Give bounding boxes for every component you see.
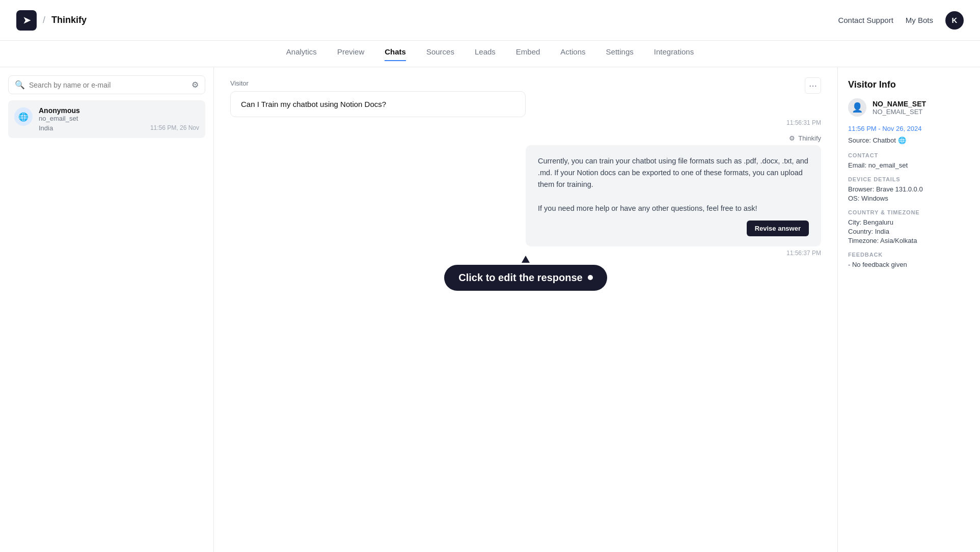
feedback-detail: - No feedback given <box>848 261 970 268</box>
visitor-email-display: NO_EMAIL_SET <box>873 108 926 116</box>
feedback-section-label: FEEDBACK <box>848 252 970 258</box>
edit-response-tooltip[interactable]: Click to edit the response <box>444 265 607 291</box>
chat-item-time: 11:56 PM, 26 Nov <box>150 124 199 132</box>
timezone-detail: Timezone: Asia/Kolkata <box>848 237 970 244</box>
tooltip-text: Click to edit the response <box>458 272 582 284</box>
bot-bubble-footer: Revise answer <box>538 220 809 236</box>
visitor-user-row: 👤 NO_NAME_SET NO_EMAIL_SET <box>848 98 970 117</box>
visitor-name: NO_NAME_SET <box>873 100 926 108</box>
visitor-user-details: NO_NAME_SET NO_EMAIL_SET <box>873 100 926 116</box>
nav-actions[interactable]: Actions <box>560 46 585 61</box>
chat-item-country: India <box>39 124 53 132</box>
visitor-message-time: 11:56:31 PM <box>230 119 821 126</box>
search-icon: 🔍 <box>15 80 25 90</box>
globe-icon: 🌐 <box>898 136 906 144</box>
user-avatar[interactable]: K <box>945 11 964 30</box>
chat-item-footer: India 11:56 PM, 26 Nov <box>39 124 199 132</box>
header: ➤ / Thinkify Contact Support My Bots K <box>0 0 980 41</box>
bot-message-line2: If you need more help or have any other … <box>538 203 809 214</box>
chat-item-name: Anonymous <box>39 106 199 115</box>
app-title: Thinkify <box>51 15 87 25</box>
edit-response-tooltip-container: Click to edit the response <box>230 265 821 291</box>
visitor-info-panel: Visitor Info 👤 NO_NAME_SET NO_EMAIL_SET … <box>837 67 980 552</box>
breadcrumb-slash: / <box>43 15 45 25</box>
chat-item-email: no_email_set <box>39 115 199 122</box>
os-detail: OS: Windows <box>848 195 970 202</box>
contact-email-detail: Email: no_email_set <box>848 161 970 169</box>
chat-area: ⋯ Visitor Can I Train my chatbot using N… <box>214 67 837 552</box>
visitor-info-title: Visitor Info <box>848 79 970 90</box>
nav-analytics[interactable]: Analytics <box>286 46 317 61</box>
revise-answer-button[interactable]: Revise answer <box>747 220 809 236</box>
my-bots-link[interactable]: My Bots <box>906 16 933 24</box>
visitor-timestamp: 11:56 PM - Nov 26, 2024 <box>848 125 970 132</box>
filter-icon[interactable]: ⚙ <box>192 80 199 90</box>
tooltip-dot-icon <box>588 275 593 280</box>
visitor-label: Visitor <box>230 79 821 87</box>
header-right: Contact Support My Bots K <box>838 11 964 30</box>
chat-list-item[interactable]: 🌐 Anonymous no_email_set India 11:56 PM,… <box>8 100 205 138</box>
location-section-label: COUNTRY & TIMEZONE <box>848 209 970 215</box>
bot-icon: ⚙ <box>789 134 795 142</box>
chat-options-button[interactable]: ⋯ <box>805 77 821 94</box>
nav-chats[interactable]: Chats <box>385 46 406 61</box>
contact-support-link[interactable]: Contact Support <box>838 16 893 24</box>
browser-detail: Browser: Brave 131.0.0.0 <box>848 185 970 193</box>
nav-integrations[interactable]: Integrations <box>654 46 694 61</box>
city-detail: City: Bengaluru <box>848 218 970 226</box>
bot-label: ⚙ Thinkify <box>230 134 821 142</box>
header-left: ➤ / Thinkify <box>16 10 87 31</box>
bot-name: Thinkify <box>798 134 821 142</box>
country-detail: Country: India <box>848 228 970 235</box>
contact-section-label: CONTACT <box>848 152 970 158</box>
visitor-message-bubble: Can I Train my chatbot using Notion Docs… <box>230 91 526 117</box>
chat-sidebar: 🔍 ⚙ 🌐 Anonymous no_email_set India 11:56… <box>0 67 214 552</box>
nav-leads[interactable]: Leads <box>475 46 496 61</box>
nav-embed[interactable]: Embed <box>516 46 540 61</box>
nav-preview[interactable]: Preview <box>337 46 364 61</box>
main-nav: Analytics Preview Chats Sources Leads Em… <box>0 41 980 67</box>
search-bar[interactable]: 🔍 ⚙ <box>8 75 205 94</box>
nav-settings[interactable]: Settings <box>606 46 634 61</box>
main-content: 🔍 ⚙ 🌐 Anonymous no_email_set India 11:56… <box>0 67 980 552</box>
device-section-label: DEVICE DETAILS <box>848 176 970 182</box>
bot-message-bubble[interactable]: Currently, you can train your chatbot us… <box>526 145 821 246</box>
visitor-avatar-icon: 👤 <box>848 98 866 117</box>
nav-sources[interactable]: Sources <box>426 46 454 61</box>
chat-item-globe-icon: 🌐 <box>14 107 33 126</box>
bot-message-line1: Currently, you can train your chatbot us… <box>538 155 809 191</box>
tooltip-arrow <box>522 256 530 263</box>
visitor-source-text: Source: Chatbot <box>848 136 896 144</box>
chat-item-body: Anonymous no_email_set India 11:56 PM, 2… <box>39 106 199 132</box>
search-input[interactable] <box>29 81 187 89</box>
logo-icon: ➤ <box>16 10 37 31</box>
visitor-source: Source: Chatbot 🌐 <box>848 136 970 144</box>
